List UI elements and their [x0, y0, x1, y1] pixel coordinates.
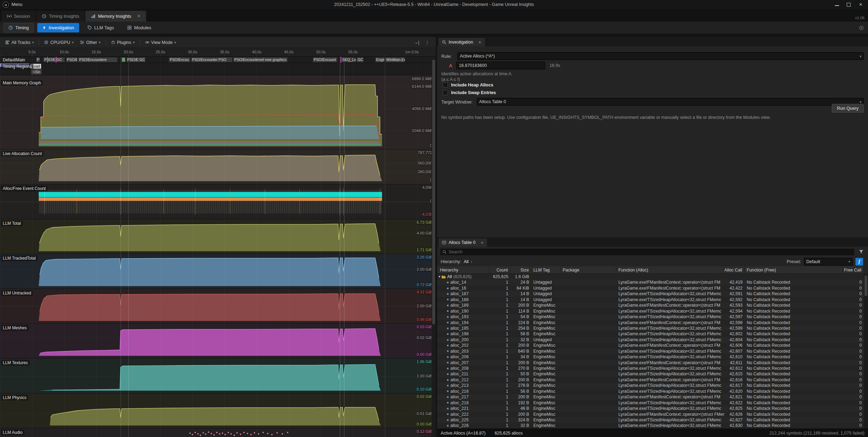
- table-row[interactable]: alloc_225 1 324 B EngineMisc LyraGame.ex…: [437, 417, 864, 423]
- table-row[interactable]: alloc_211 1 50 B EngineMisc LyraGame.exe…: [437, 371, 864, 377]
- jump-to-end-icon[interactable]: →|: [414, 40, 419, 45]
- tab-investigation-panel[interactable]: Investigation ✕: [439, 38, 485, 46]
- table-row[interactable]: alloc_203 1 640 B EngineMisc LyraGame.ex…: [437, 348, 864, 354]
- tracks-viewport[interactable]: DefaultMain PPSO/E GCPSO/EnPSO/Encounter…: [0, 57, 436, 437]
- maximize-button[interactable]: [847, 3, 851, 7]
- connection-icon[interactable]: [859, 25, 864, 30]
- timeline-ruler[interactable]: 1m 0.0s 5.0s10.0s15.0s20.0s25.0s30.0s35.…: [0, 48, 436, 57]
- column-header-function-alloc[interactable]: Function (Alloc): [616, 266, 724, 274]
- include-heap-allocs-checkbox[interactable]: [443, 82, 448, 87]
- track-main-memory-graph[interactable]: Main Memory Graph 6896.5 MiB6144.0 MiB40…: [0, 75, 436, 150]
- table-row[interactable]: alloc_216 1 56 B EngineMisc LyraGame.exe…: [437, 389, 864, 394]
- timing-region-chip-slo[interactable]: <Slo: [31, 69, 41, 74]
- track-timing-regions[interactable]: Timing Regions Load <Slo: [0, 63, 436, 75]
- investigation-button[interactable]: Investigation: [37, 23, 79, 32]
- timing-region-segment[interactable]: PSO/Encountere: [78, 57, 117, 62]
- table-row[interactable]: alloc_194 1 224 B EngineMisc LyraGame.ex…: [437, 320, 864, 325]
- close-tab-icon[interactable]: ✕: [137, 14, 140, 18]
- llm-textures-plot[interactable]: [0, 359, 432, 393]
- table-row[interactable]: alloc_195 1 254 B EngineMisc LyraGame.ex…: [437, 325, 864, 331]
- unreal-logo-icon[interactable]: u: [3, 2, 9, 8]
- main-memory-graph-plot[interactable]: [0, 75, 432, 149]
- plugins-dropdown[interactable]: Plugins▾: [108, 39, 137, 46]
- llm-total-plot[interactable]: [0, 219, 432, 254]
- cpu-gpu-dropdown[interactable]: CPU/GPU▾: [41, 39, 76, 46]
- llm-tags-button[interactable]: LLM Tags: [83, 23, 119, 32]
- search-input[interactable]: [449, 250, 852, 254]
- column-header-function-free[interactable]: Function (Free): [745, 266, 843, 274]
- track-llm-meshes[interactable]: LLM Meshes 0.03 GiB0.02 GiB0.00 GiB: [0, 324, 436, 359]
- menu-button[interactable]: Menu: [12, 2, 22, 7]
- table-row[interactable]: alloc_200 1 32 B Untagged LyraGame.exe!T…: [437, 337, 864, 343]
- timing-region-segment[interactable]: WinMain.Exit: [385, 57, 405, 62]
- column-header-size[interactable]: Size: [510, 266, 531, 274]
- llm-untracked-plot[interactable]: [0, 289, 432, 323]
- more-options-icon[interactable]: ⋮: [425, 40, 429, 45]
- table-row[interactable]: alloc_187 1 14 B Untagged LyraGame.exe!T…: [437, 291, 864, 297]
- timing-region-segment[interactable]: PSO/E GC: [43, 57, 65, 62]
- timing-region-segment[interactable]: PSO/Encounter PSO: [191, 57, 233, 62]
- table-row[interactable]: alloc_212 1 200 B EngineMisc LyraGame.ex…: [437, 377, 864, 383]
- track-llm-audio[interactable]: LLM Audio 0.12 GiB: [0, 428, 436, 437]
- timing-region-segment[interactable]: PSO/Encount: [313, 57, 337, 62]
- param-a-input[interactable]: [456, 62, 545, 69]
- close-panel-icon[interactable]: ✕: [481, 241, 484, 245]
- timing-region-segment[interactable]: P: [36, 57, 40, 62]
- close-panel-icon[interactable]: ✕: [478, 40, 481, 44]
- table-row[interactable]: alloc_213 1 276 B EngineMisc LyraGame.ex…: [437, 383, 864, 388]
- track-default-main[interactable]: DefaultMain PPSO/E GCPSO/EnPSO/Encounter…: [0, 57, 436, 63]
- target-window-dropdown[interactable]: Allocs Table 0 ▾: [477, 98, 864, 106]
- column-header-count[interactable]: Count: [489, 266, 510, 274]
- preset-dropdown[interactable]: Default ▾: [804, 258, 853, 266]
- track-llm-untracked[interactable]: LLM Untracked 4.31 GiB2.00 GiB0.96 GiB: [0, 289, 436, 324]
- table-scrollbar[interactable]: [864, 274, 868, 429]
- live-allocation-plot[interactable]: [0, 150, 432, 184]
- include-swap-entries-checkbox[interactable]: [443, 90, 448, 95]
- alloc-free-plot[interactable]: [0, 184, 432, 219]
- modules-button[interactable]: Modules: [122, 23, 156, 32]
- track-llm-physics[interactable]: LLM Physics 0.02 GiB0.01 GiB0.00 GiB: [0, 393, 436, 428]
- table-row[interactable]: alloc_208 1 270 B EngineMisc LyraGame.ex…: [437, 366, 864, 371]
- tab-timing-insights[interactable]: Timing Insights: [36, 11, 85, 22]
- tracks-scrollbar[interactable]: [432, 57, 436, 437]
- search-box[interactable]: [440, 248, 855, 256]
- all-tracks-dropdown[interactable]: All Tracks▾: [3, 39, 36, 46]
- timing-region-segment[interactable]: SEQ_Lob: [341, 57, 356, 62]
- track-live-allocation-count[interactable]: Live Allocation Count 787,772560,000280,…: [0, 150, 436, 184]
- table-row-root[interactable]: ▾ All (625,625) 625,625 1.6 GiB: [437, 274, 864, 279]
- timing-region-segment[interactable]: PSO/E GC: [126, 57, 145, 62]
- table-row[interactable]: alloc_198 1 58 B EngineMisc LyraGame.exe…: [437, 331, 864, 337]
- llm-trackedtotal-plot[interactable]: [0, 254, 432, 289]
- table-row[interactable]: alloc_217 1 200 B EngineMisc LyraGame.ex…: [437, 394, 864, 400]
- rule-dropdown[interactable]: Active Allocs (*A*) ▾: [457, 52, 864, 60]
- expand-caret-icon[interactable]: ▾: [439, 274, 440, 279]
- close-button[interactable]: ✕: [858, 2, 863, 7]
- timing-button[interactable]: Timing: [3, 23, 34, 32]
- filter-configurator-button[interactable]: f: [855, 258, 863, 266]
- filter-button[interactable]: [857, 248, 865, 256]
- llm-audio-plot[interactable]: [0, 428, 432, 437]
- timing-region-segment[interactable]: G: [121, 57, 125, 62]
- track-llm-total[interactable]: LLM Total 6.73 GiB4.00 GiB1.71 GiB: [0, 219, 436, 254]
- track-alloc-free-event-count[interactable]: Alloc/Free Event Count 4,0960-4,238: [0, 184, 436, 219]
- table-row[interactable]: alloc_202 1 200 B EngineMisc LyraGame.ex…: [437, 343, 864, 348]
- table-row[interactable]: alloc_190 1 114 B EngineMisc LyraGame.ex…: [437, 308, 864, 314]
- timing-region-segment[interactable]: GC: [357, 57, 364, 62]
- column-header-hierarchy[interactable]: Hierarchy: [437, 266, 489, 274]
- view-mode-dropdown[interactable]: View Mode▾: [143, 39, 179, 46]
- table-row[interactable]: alloc_222 1 200 B EngineMisc LyraGame.ex…: [437, 412, 864, 417]
- table-row[interactable]: alloc_188 1 14 B Untagged LyraGame.exe!T…: [437, 297, 864, 302]
- timing-region-segment[interactable]: PSO/Encountered new graphics PSO: [233, 57, 288, 62]
- timing-region-segment[interactable]: PSO/En: [66, 57, 77, 62]
- table-row[interactable]: alloc_193 1 54 B EngineMisc LyraGame.exe…: [437, 314, 864, 320]
- breadcrumb[interactable]: All: [464, 259, 469, 264]
- allocs-table-body[interactable]: ▾ All (625,625) 625,625 1.6 GiB: [437, 274, 868, 429]
- track-llm-textures[interactable]: LLM Textures 1.95 GiB1.00 GiB0.10 GiB: [0, 359, 436, 393]
- other-dropdown[interactable]: Other▾: [77, 39, 103, 46]
- scrollbar-thumb[interactable]: [865, 275, 867, 296]
- column-header-package[interactable]: Package: [561, 266, 616, 274]
- tab-allocs-table[interactable]: Allocs Table 0 ✕: [439, 238, 487, 247]
- table-row[interactable]: alloc_207 1 200 B EngineMisc LyraGame.ex…: [437, 360, 864, 366]
- table-row[interactable]: alloc_221 1 46 B EngineMisc LyraGame.exe…: [437, 406, 864, 411]
- track-llm-trackedtotal[interactable]: LLM TrackedTotal 3.26 GiB2.00 GiB0.72 Gi…: [0, 254, 436, 289]
